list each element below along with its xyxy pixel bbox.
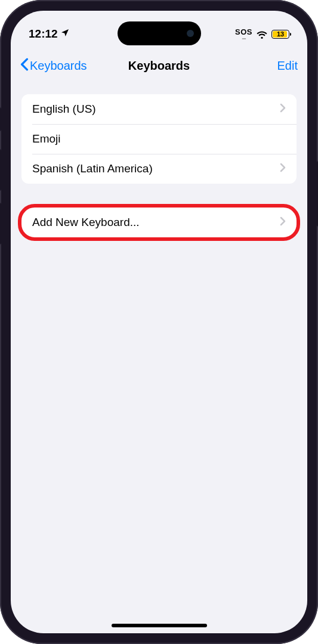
wifi-icon	[256, 30, 268, 39]
sos-indicator: SOS ••••	[235, 28, 252, 41]
back-button[interactable]: Keyboards	[20, 58, 87, 74]
page-title: Keyboards	[128, 59, 190, 73]
sos-label: SOS	[235, 28, 252, 36]
battery-level: 13	[277, 30, 284, 38]
status-time: 12:12	[29, 27, 58, 41]
side-button	[0, 203, 1, 244]
list-item-label: Spanish (Latin America)	[32, 162, 153, 175]
chevron-left-icon	[20, 58, 29, 74]
content: English (US) Emoji Spanish (Latin Americ…	[11, 82, 307, 249]
keyboard-item-spanish[interactable]: Spanish (Latin America)	[21, 154, 297, 184]
signal-dots-icon: ••••	[242, 37, 246, 41]
keyboards-list: English (US) Emoji Spanish (Latin Americ…	[21, 94, 297, 184]
camera-dot	[187, 30, 194, 37]
battery-icon: 13	[271, 30, 289, 39]
add-keyboard-group: Add New Keyboard...	[21, 208, 297, 237]
keyboard-item-emoji[interactable]: Emoji	[21, 124, 297, 154]
dynamic-island	[118, 21, 201, 45]
side-button	[0, 107, 1, 131]
status-right: SOS •••• 13	[235, 28, 289, 41]
list-item-label: English (US)	[32, 103, 96, 116]
location-arrow-icon	[60, 27, 70, 41]
add-new-keyboard-button[interactable]: Add New Keyboard...	[21, 208, 297, 237]
chevron-right-icon	[280, 103, 286, 116]
screen: 12:12 SOS ••••	[11, 11, 307, 633]
nav-bar: Keyboards Keyboards Edit	[11, 49, 307, 82]
home-indicator[interactable]	[112, 624, 207, 627]
list-item-label: Emoji	[32, 132, 61, 145]
back-label: Keyboards	[30, 59, 87, 73]
side-button	[0, 149, 1, 191]
device-frame: 12:12 SOS ••••	[0, 0, 318, 644]
add-keyboard-label: Add New Keyboard...	[32, 216, 140, 229]
status-left: 12:12	[29, 27, 70, 41]
edit-button[interactable]: Edit	[277, 59, 298, 73]
chevron-right-icon	[280, 216, 286, 229]
keyboard-item-english[interactable]: English (US)	[21, 94, 297, 124]
chevron-right-icon	[280, 162, 286, 175]
